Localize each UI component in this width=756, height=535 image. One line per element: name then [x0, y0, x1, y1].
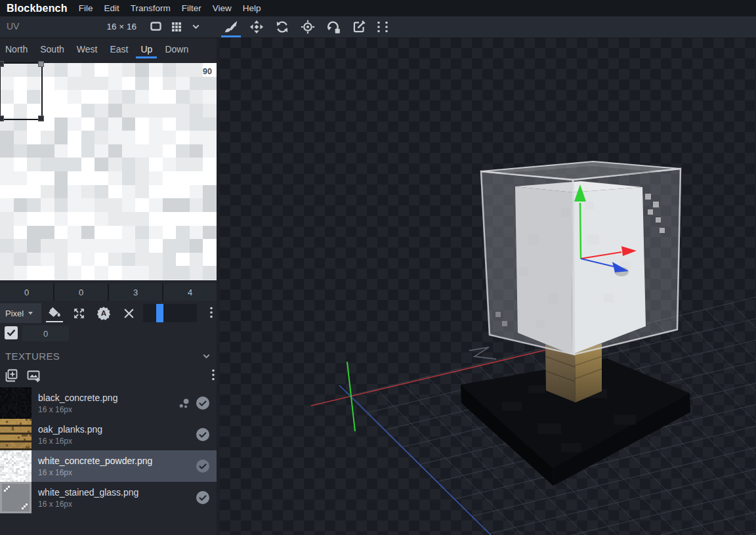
viewport-3d[interactable] — [220, 37, 756, 535]
texture-enabled-icon[interactable] — [196, 427, 210, 442]
vertex-snap-tool[interactable] — [350, 18, 368, 35]
texture-item[interactable]: white_stained_glass.png16 x 16px — [0, 482, 217, 513]
create-texture-icon[interactable] — [4, 368, 18, 383]
tab-west[interactable]: West — [77, 44, 98, 56]
pivot-tool[interactable] — [299, 18, 317, 35]
move-icon — [249, 20, 264, 34]
textures-title: TEXTURES — [5, 351, 60, 362]
rotate-tool[interactable] — [273, 18, 291, 35]
chevron-down-icon[interactable] — [190, 21, 201, 32]
menu-item-help[interactable]: Help — [243, 3, 261, 13]
tab-south[interactable]: South — [40, 44, 64, 56]
texture-enabled-icon[interactable] — [196, 459, 210, 473]
pivot-icon — [301, 20, 315, 34]
menubar: Blockbench FileEditTransformFilterViewHe… — [0, 0, 756, 16]
tab-east[interactable]: East — [110, 44, 128, 56]
texture-thumbnail — [0, 450, 32, 482]
blockbench-window: Blockbench FileEditTransformFilterViewHe… — [0, 0, 756, 535]
texture-row-icons — [196, 427, 217, 442]
uv-size-label: 16 × 16 — [79, 22, 136, 32]
texture-item[interactable]: white_concrete_powder.png16 x 16px — [0, 450, 217, 482]
tab-down[interactable]: Down — [165, 44, 188, 56]
frame-icon[interactable] — [149, 20, 163, 33]
uv-panel-label: UV — [7, 21, 19, 32]
app-logo: Blockbench — [7, 3, 68, 14]
texture-name: white_stained_glass.png — [38, 487, 138, 498]
uv-field-1[interactable]: 0 — [54, 284, 108, 301]
edit-box-icon — [352, 20, 366, 34]
paint-opacity-slider[interactable] — [143, 304, 197, 322]
slider-handle[interactable] — [156, 304, 163, 322]
paint-brush-tool[interactable] — [222, 18, 240, 35]
uv-panel-icons — [149, 20, 201, 33]
texture-item[interactable]: oak_planks.png16 x 16px — [0, 419, 217, 450]
menu-item-file[interactable]: File — [79, 3, 93, 13]
texture-name: black_concrete.png — [38, 393, 117, 404]
texture-list: black_concrete.png16 x 16pxoak_planks.pn… — [0, 387, 217, 513]
paint-menu-icon[interactable] — [209, 306, 214, 319]
tab-up[interactable]: Up — [140, 44, 152, 56]
texture-info: black_concrete.png16 x 16px — [38, 393, 117, 414]
particles-icon[interactable] — [178, 397, 191, 410]
texture-size: 16 x 16px — [38, 468, 152, 477]
x-icon — [123, 307, 135, 320]
selection-handle-bottom-right[interactable] — [38, 116, 44, 121]
grid-icon[interactable] — [170, 20, 183, 33]
caret-down-icon — [27, 310, 34, 316]
uv-selection-fields: 0034 — [0, 284, 217, 301]
toolbar-menu[interactable] — [375, 18, 382, 35]
anti-alias-button[interactable]: A — [96, 305, 112, 322]
north-marker-icon — [469, 347, 496, 359]
panel-divider[interactable] — [217, 37, 220, 535]
menu-item-filter[interactable]: Filter — [182, 3, 201, 13]
uv-field-3[interactable]: 4 — [163, 284, 217, 301]
texture-thumbnail — [0, 387, 32, 419]
texture-thumbnail — [0, 482, 32, 513]
toolbar-menu-2[interactable] — [383, 18, 390, 35]
kebab-icon[interactable] — [211, 368, 216, 381]
texture-size: 16 x 16px — [38, 437, 102, 446]
expand-icon — [72, 307, 86, 320]
texture-info: oak_planks.png16 x 16px — [38, 424, 102, 446]
texture-size: 16 x 16px — [38, 500, 138, 509]
uv-selection-box[interactable] — [0, 62, 43, 120]
texture-thumbnail — [0, 419, 32, 450]
texture-enabled-icon[interactable] — [196, 490, 210, 505]
texture-name: white_concrete_powder.png — [38, 456, 152, 467]
check-mark-icon — [6, 328, 16, 338]
gizmo-y-arrow[interactable] — [580, 203, 581, 259]
tab-north[interactable]: North — [5, 44, 28, 56]
uv-field-0[interactable]: 0 — [0, 284, 53, 301]
letter-a-badge-icon: A — [96, 306, 111, 320]
textures-header[interactable]: TEXTURES — [0, 347, 220, 366]
uv-editor-canvas[interactable]: 90 — [0, 63, 217, 280]
uv-field-2[interactable]: 3 — [109, 284, 162, 301]
selection-handle-bottom-left[interactable] — [0, 116, 4, 121]
paint-mode-dropdown[interactable]: Pixel — [0, 303, 41, 323]
rotate-square-icon — [326, 20, 341, 34]
import-texture-icon[interactable] — [26, 368, 41, 383]
menu-item-transform[interactable]: Transform — [131, 3, 171, 13]
paint-option-checkbox[interactable] — [5, 326, 18, 339]
texture-enabled-icon[interactable] — [196, 396, 210, 410]
paint-option-value-field[interactable]: 0 — [22, 326, 69, 341]
texture-row-icons — [196, 490, 217, 505]
mirror-paint-button[interactable] — [71, 305, 87, 322]
menu-item-edit[interactable]: Edit — [104, 3, 119, 13]
texture-row-icons — [196, 459, 217, 473]
move-tool[interactable] — [247, 18, 266, 35]
bucket-icon — [46, 306, 62, 320]
textures-toolbar — [0, 366, 220, 386]
fill-tool-button[interactable] — [46, 305, 62, 322]
menu-item-view[interactable]: View — [213, 3, 232, 13]
rotate-space-tool[interactable] — [324, 18, 343, 35]
uv-face-tabs: NorthSouthWestEastUpDown — [0, 37, 220, 62]
paint-mode-label: Pixel — [5, 309, 24, 318]
chevron-down-icon[interactable] — [201, 351, 212, 362]
texture-item[interactable]: black_concrete.png16 x 16px — [0, 387, 217, 419]
clear-selection-button[interactable] — [121, 305, 136, 322]
kebab-icon — [376, 20, 381, 33]
texture-row-icons — [178, 396, 217, 410]
selection-handle-top-right[interactable] — [38, 61, 44, 67]
selection-handle-top-left[interactable] — [0, 61, 4, 67]
